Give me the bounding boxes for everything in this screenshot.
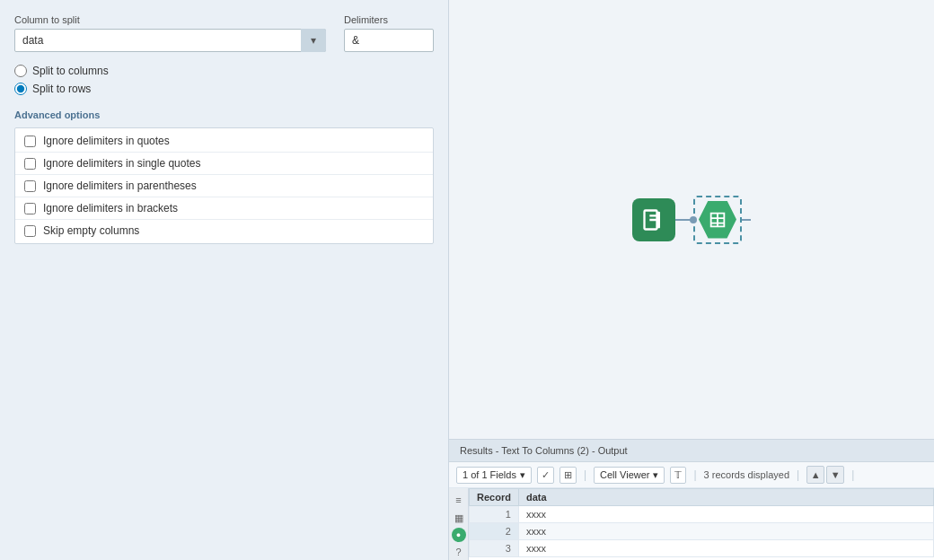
- connector-right: [742, 219, 751, 221]
- node-book[interactable]: [632, 198, 675, 241]
- results-toolbar: 1 of 1 Fields ▾ ✓ ⊞ | Cell Viewer ▾ 𝕋 | …: [449, 462, 934, 488]
- book-icon: [641, 207, 666, 232]
- delimiters-group: Delimiters: [344, 14, 434, 52]
- table-body: 1xxxx2xxxx3xxxx: [470, 506, 934, 557]
- ignore-single-quotes-option[interactable]: Ignore delimiters in single quotes: [15, 153, 433, 175]
- record-number: 3: [470, 540, 519, 557]
- split-to-columns-radio[interactable]: [14, 65, 27, 77]
- data-cell: xxxx: [518, 523, 933, 540]
- results-panel: Results - Text To Columns (2) - Output 1…: [449, 439, 934, 560]
- results-table-wrap: Record data 1xxxx2xxxx3xxxx: [469, 488, 934, 560]
- connector-dot: [690, 216, 697, 223]
- skip-empty-option[interactable]: Skip empty columns: [15, 220, 433, 241]
- column-select-wrapper: data: [14, 29, 326, 52]
- split-to-rows-radio[interactable]: [14, 83, 27, 95]
- results-body: ≡ ▦ ● ? Record data 1xxxx2xxxx3xxxx: [449, 488, 934, 560]
- delimiters-input[interactable]: [344, 29, 434, 52]
- table-icon: [708, 210, 727, 230]
- column-split-label: Column to split: [14, 14, 326, 25]
- canvas-area: [449, 0, 934, 439]
- split-to-rows-label: Split to rows: [32, 83, 91, 95]
- column-to-split-group: Column to split data: [14, 14, 326, 52]
- ignore-parens-label: Ignore delimiters in parentheses: [43, 179, 197, 192]
- ignore-brackets-label: Ignore delimiters in brackets: [43, 202, 178, 214]
- col-record: Record: [470, 489, 519, 506]
- ignore-brackets-option[interactable]: Ignore delimiters in brackets: [15, 197, 433, 220]
- toolbar-sep-3: |: [797, 468, 799, 481]
- left-panel: Column to split data Delimiters Split to…: [0, 0, 449, 560]
- advanced-options-label: Advanced options: [14, 109, 434, 120]
- node-inner-hex: [699, 201, 736, 239]
- connector-left: [675, 219, 693, 221]
- sidebar-table-icon[interactable]: ▦: [451, 510, 467, 526]
- ignore-quotes-option[interactable]: Ignore delimiters in quotes: [15, 130, 433, 153]
- fields-label: 1 of 1 Fields: [463, 469, 516, 480]
- fields-button[interactable]: 1 of 1 Fields ▾: [456, 467, 532, 484]
- top-fields-row: Column to split data Delimiters: [14, 14, 434, 52]
- fields-dropdown-icon: ▾: [520, 469, 525, 481]
- ignore-parens-checkbox[interactable]: [24, 180, 36, 192]
- connector-line: [675, 219, 693, 221]
- sidebar-green-dot[interactable]: ●: [452, 528, 466, 542]
- table-row: 1xxxx: [470, 506, 934, 523]
- skip-empty-checkbox[interactable]: [24, 225, 36, 237]
- node-transform[interactable]: [693, 196, 742, 244]
- table-header-row: Record data: [470, 489, 934, 506]
- column-to-split-select[interactable]: data: [14, 29, 326, 52]
- ignore-single-quotes-checkbox[interactable]: [24, 158, 36, 170]
- nav-buttons: ▲ ▼: [806, 466, 844, 484]
- toolbar-sep-1: |: [584, 468, 586, 481]
- sidebar-menu-icon[interactable]: ≡: [451, 492, 467, 508]
- data-cell: xxxx: [518, 540, 933, 557]
- results-sidebar: ≡ ▦ ● ?: [449, 488, 469, 560]
- table-row: 2xxxx: [470, 523, 934, 540]
- sidebar-help-icon[interactable]: ?: [451, 544, 467, 560]
- ignore-brackets-checkbox[interactable]: [24, 203, 36, 214]
- nav-down-button[interactable]: ▼: [826, 466, 844, 484]
- ignore-quotes-label: Ignore delimiters in quotes: [43, 135, 170, 147]
- nav-up-button[interactable]: ▲: [806, 466, 824, 484]
- skip-empty-label: Skip empty columns: [43, 224, 139, 237]
- workflow-nodes: [632, 196, 751, 244]
- table-row: 3xxxx: [470, 540, 934, 557]
- toolbar-sep-4: |: [851, 468, 854, 481]
- results-header: Results - Text To Columns (2) - Output: [449, 440, 934, 462]
- split-to-rows-option[interactable]: Split to rows: [14, 83, 434, 95]
- check-icon-button[interactable]: ✓: [537, 467, 554, 484]
- split-to-columns-option[interactable]: Split to columns: [14, 65, 434, 77]
- cell-viewer-label: Cell Viewer: [600, 469, 649, 480]
- cell-viewer-dropdown-icon: ▾: [653, 469, 658, 481]
- ignore-single-quotes-label: Ignore delimiters in single quotes: [43, 157, 200, 170]
- results-table: Record data 1xxxx2xxxx3xxxx: [469, 488, 934, 557]
- record-number: 2: [470, 523, 519, 540]
- delimiters-label: Delimiters: [344, 14, 434, 25]
- advanced-options-box: Ignore delimiters in quotes Ignore delim…: [14, 127, 434, 244]
- data-cell: xxxx: [518, 506, 933, 523]
- cell-viewer-button[interactable]: Cell Viewer ▾: [594, 467, 665, 484]
- ignore-quotes-checkbox[interactable]: [24, 136, 36, 147]
- grid-icon-button[interactable]: ⊞: [560, 467, 577, 484]
- record-number: 1: [470, 506, 519, 523]
- records-count: 3 records displayed: [704, 469, 789, 480]
- ignore-parens-option[interactable]: Ignore delimiters in parentheses: [15, 175, 433, 197]
- filter-icon-button[interactable]: 𝕋: [670, 467, 686, 484]
- toolbar-sep-2: |: [693, 468, 696, 481]
- split-to-columns-label: Split to columns: [32, 65, 109, 77]
- col-data: data: [518, 489, 933, 506]
- split-radio-group: Split to columns Split to rows: [14, 65, 434, 95]
- right-panel: Results - Text To Columns (2) - Output 1…: [449, 0, 934, 560]
